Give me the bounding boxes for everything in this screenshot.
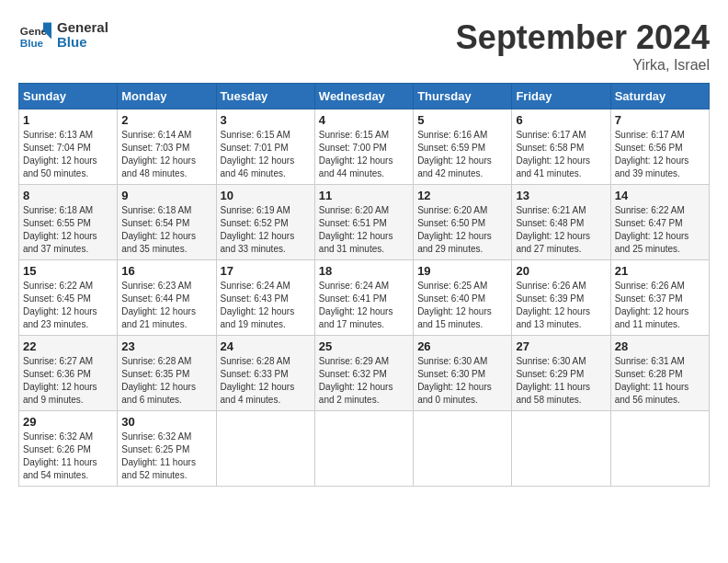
day-number: 8	[23, 189, 113, 202]
day-info: Sunrise: 6:21 AMSunset: 6:48 PMDaylight:…	[516, 205, 590, 254]
day-number: 28	[615, 339, 705, 353]
calendar-day-cell: 11 Sunrise: 6:20 AMSunset: 6:51 PMDaylig…	[314, 185, 413, 260]
day-of-week-header: Monday	[118, 84, 216, 109]
day-info: Sunrise: 6:32 AMSunset: 6:25 PMDaylight:…	[121, 431, 196, 480]
day-info: Sunrise: 6:17 AMSunset: 6:58 PMDaylight:…	[516, 130, 590, 178]
day-number: 4	[319, 113, 409, 127]
calendar-day-cell: 10 Sunrise: 6:19 AMSunset: 6:52 PMDaylig…	[216, 185, 314, 260]
calendar-day-cell: 17 Sunrise: 6:24 AMSunset: 6:43 PMDaylig…	[216, 260, 314, 336]
day-number: 18	[319, 264, 409, 278]
day-of-week-header: Tuesday	[216, 84, 314, 109]
calendar-day-cell	[216, 411, 314, 487]
calendar-week-row: 22 Sunrise: 6:27 AMSunset: 6:36 PMDaylig…	[19, 336, 710, 411]
calendar-day-cell: 29 Sunrise: 6:32 AMSunset: 6:26 PMDaylig…	[19, 411, 118, 487]
calendar-week-row: 15 Sunrise: 6:22 AMSunset: 6:45 PMDaylig…	[19, 260, 710, 336]
day-number: 29	[23, 415, 113, 429]
day-info: Sunrise: 6:30 AMSunset: 6:30 PMDaylight:…	[417, 356, 492, 405]
calendar-day-cell: 7 Sunrise: 6:17 AMSunset: 6:56 PMDayligh…	[610, 109, 709, 185]
page-header: General Blue General Blue September 2024…	[18, 18, 710, 74]
day-info: Sunrise: 6:20 AMSunset: 6:51 PMDaylight:…	[319, 205, 393, 254]
day-info: Sunrise: 6:16 AMSunset: 6:59 PMDaylight:…	[417, 130, 492, 178]
day-number: 16	[121, 264, 211, 278]
calendar-day-cell	[610, 411, 709, 487]
day-info: Sunrise: 6:30 AMSunset: 6:29 PMDaylight:…	[516, 356, 590, 405]
day-info: Sunrise: 6:31 AMSunset: 6:28 PMDaylight:…	[615, 356, 689, 405]
calendar-day-cell: 2 Sunrise: 6:14 AMSunset: 7:03 PMDayligh…	[118, 109, 216, 185]
day-info: Sunrise: 6:17 AMSunset: 6:56 PMDaylight:…	[615, 130, 689, 178]
day-info: Sunrise: 6:28 AMSunset: 6:33 PMDaylight:…	[221, 356, 295, 405]
day-number: 2	[121, 113, 211, 127]
day-info: Sunrise: 6:23 AMSunset: 6:44 PMDaylight:…	[121, 281, 196, 329]
day-number: 17	[221, 264, 311, 278]
day-info: Sunrise: 6:15 AMSunset: 7:01 PMDaylight:…	[221, 130, 295, 178]
calendar-day-cell: 16 Sunrise: 6:23 AMSunset: 6:44 PMDaylig…	[118, 260, 216, 336]
day-number: 25	[319, 339, 409, 353]
location: Yirka, Israel	[456, 57, 710, 74]
day-number: 5	[417, 113, 507, 127]
calendar-day-cell: 25 Sunrise: 6:29 AMSunset: 6:32 PMDaylig…	[314, 336, 413, 411]
day-number: 27	[516, 339, 606, 353]
day-number: 9	[121, 189, 211, 202]
day-number: 20	[516, 264, 606, 278]
calendar-week-row: 29 Sunrise: 6:32 AMSunset: 6:26 PMDaylig…	[19, 411, 710, 487]
calendar-week-row: 8 Sunrise: 6:18 AMSunset: 6:55 PMDayligh…	[19, 185, 710, 260]
calendar-day-cell: 12 Sunrise: 6:20 AMSunset: 6:50 PMDaylig…	[414, 185, 512, 260]
calendar-day-cell: 8 Sunrise: 6:18 AMSunset: 6:55 PMDayligh…	[19, 185, 118, 260]
day-info: Sunrise: 6:28 AMSunset: 6:35 PMDaylight:…	[121, 356, 196, 405]
day-info: Sunrise: 6:24 AMSunset: 6:43 PMDaylight:…	[221, 281, 295, 329]
day-info: Sunrise: 6:27 AMSunset: 6:36 PMDaylight:…	[23, 356, 97, 405]
calendar-day-cell: 4 Sunrise: 6:15 AMSunset: 7:00 PMDayligh…	[314, 109, 413, 185]
calendar-day-cell: 18 Sunrise: 6:24 AMSunset: 6:41 PMDaylig…	[314, 260, 413, 336]
day-info: Sunrise: 6:20 AMSunset: 6:50 PMDaylight:…	[417, 205, 492, 254]
title-block: September 2024 Yirka, Israel	[456, 18, 710, 74]
calendar-day-cell: 27 Sunrise: 6:30 AMSunset: 6:29 PMDaylig…	[512, 336, 610, 411]
calendar-day-cell: 30 Sunrise: 6:32 AMSunset: 6:25 PMDaylig…	[118, 411, 216, 487]
day-info: Sunrise: 6:18 AMSunset: 6:55 PMDaylight:…	[23, 205, 97, 254]
day-number: 19	[417, 264, 507, 278]
day-of-week-header: Friday	[512, 84, 610, 109]
day-info: Sunrise: 6:25 AMSunset: 6:40 PMDaylight:…	[417, 281, 492, 329]
logo: General Blue General Blue	[18, 18, 108, 52]
day-of-week-header: Wednesday	[314, 84, 413, 109]
calendar-table: SundayMondayTuesdayWednesdayThursdayFrid…	[18, 83, 710, 487]
calendar-day-cell: 23 Sunrise: 6:28 AMSunset: 6:35 PMDaylig…	[118, 336, 216, 411]
day-number: 6	[516, 113, 606, 127]
day-number: 10	[221, 189, 311, 202]
calendar-day-cell: 19 Sunrise: 6:25 AMSunset: 6:40 PMDaylig…	[414, 260, 512, 336]
calendar-day-cell: 26 Sunrise: 6:30 AMSunset: 6:30 PMDaylig…	[414, 336, 512, 411]
month-title: September 2024	[456, 18, 710, 57]
calendar-day-cell: 13 Sunrise: 6:21 AMSunset: 6:48 PMDaylig…	[512, 185, 610, 260]
logo-general-text: General	[57, 20, 108, 36]
calendar-day-cell: 9 Sunrise: 6:18 AMSunset: 6:54 PMDayligh…	[118, 185, 216, 260]
day-of-week-header: Thursday	[414, 84, 512, 109]
calendar-header: SundayMondayTuesdayWednesdayThursdayFrid…	[19, 84, 710, 109]
day-of-week-header: Saturday	[610, 84, 709, 109]
day-info: Sunrise: 6:26 AMSunset: 6:37 PMDaylight:…	[615, 281, 689, 329]
day-number: 3	[221, 113, 311, 127]
calendar-body: 1 Sunrise: 6:13 AMSunset: 7:04 PMDayligh…	[19, 109, 710, 487]
calendar-day-cell: 28 Sunrise: 6:31 AMSunset: 6:28 PMDaylig…	[610, 336, 709, 411]
day-number: 21	[615, 264, 705, 278]
calendar-day-cell: 1 Sunrise: 6:13 AMSunset: 7:04 PMDayligh…	[19, 109, 118, 185]
day-info: Sunrise: 6:24 AMSunset: 6:41 PMDaylight:…	[319, 281, 393, 329]
calendar-day-cell: 22 Sunrise: 6:27 AMSunset: 6:36 PMDaylig…	[19, 336, 118, 411]
logo-blue-text: Blue	[57, 35, 108, 51]
day-info: Sunrise: 6:26 AMSunset: 6:39 PMDaylight:…	[516, 281, 590, 329]
svg-text:Blue: Blue	[20, 37, 44, 49]
day-number: 1	[23, 113, 113, 127]
calendar-day-cell	[512, 411, 610, 487]
day-info: Sunrise: 6:22 AMSunset: 6:45 PMDaylight:…	[23, 281, 97, 329]
calendar-day-cell	[314, 411, 413, 487]
day-number: 22	[23, 339, 113, 353]
day-number: 23	[121, 339, 211, 353]
day-info: Sunrise: 6:19 AMSunset: 6:52 PMDaylight:…	[221, 205, 295, 254]
day-number: 15	[23, 264, 113, 278]
day-of-week-header: Sunday	[19, 84, 118, 109]
day-number: 12	[417, 189, 507, 202]
day-number: 13	[516, 189, 606, 202]
calendar-day-cell: 5 Sunrise: 6:16 AMSunset: 6:59 PMDayligh…	[414, 109, 512, 185]
calendar-day-cell: 20 Sunrise: 6:26 AMSunset: 6:39 PMDaylig…	[512, 260, 610, 336]
day-number: 24	[221, 339, 311, 353]
day-info: Sunrise: 6:18 AMSunset: 6:54 PMDaylight:…	[121, 205, 196, 254]
calendar-day-cell: 14 Sunrise: 6:22 AMSunset: 6:47 PMDaylig…	[610, 185, 709, 260]
